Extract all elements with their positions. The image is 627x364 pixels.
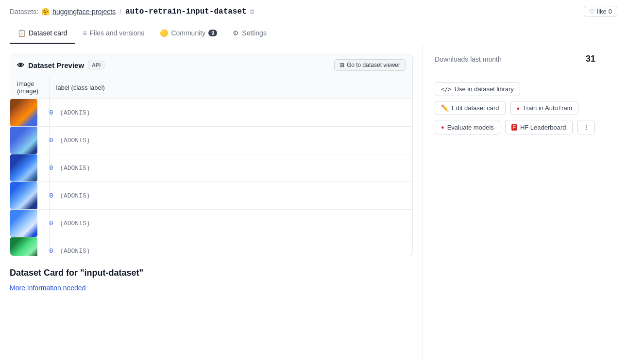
tab-settings[interactable]: ⚙ Settings [225, 23, 274, 44]
label-name: (ADONIS) [60, 109, 90, 116]
preview-table-container[interactable]: image (image) label (class label) 0 (ADO… [10, 76, 412, 256]
label-num: 0 [50, 248, 53, 255]
tab-community[interactable]: 🟡 Community 9 [152, 23, 225, 44]
evaluate-models-button[interactable]: ● Evaluate models [435, 120, 500, 134]
more-info-link[interactable]: More Information needed [10, 284, 85, 292]
label-name: (ADONIS) [60, 248, 90, 255]
edit-dataset-card-label: Edit dataset card [452, 104, 499, 112]
repo-name: auto-retrain-input-dataset [125, 7, 247, 16]
table-row: 0 (ADONIS) [10, 237, 412, 256]
edit-dataset-card-button[interactable]: ✏️ Edit dataset card [435, 101, 506, 115]
thumbnail [10, 99, 37, 126]
more-options-button[interactable]: ⋮ [577, 120, 595, 134]
goto-dataset-viewer-button[interactable]: ⊞ Go to dataset viewer [334, 59, 406, 71]
preview-header: 👁 Dataset Preview API ⊞ Go to dataset vi… [10, 54, 412, 76]
table-row: 0 (ADONIS) [10, 154, 412, 182]
table-row: 0 (ADONIS) [10, 210, 412, 237]
grid-icon: ⊞ [339, 62, 344, 68]
hf-leaderboard-label: HF Leaderboard [520, 124, 566, 131]
like-label: like [597, 8, 607, 15]
label-num: 0 [50, 192, 53, 199]
image-cell [10, 210, 49, 237]
label-num: 0 [50, 137, 53, 144]
owner-link[interactable]: huggingface-projects [52, 8, 116, 16]
label-num: 0 [50, 109, 53, 116]
thumbnail [10, 127, 37, 154]
col-label: label (class label) [49, 76, 412, 99]
preview-table: image (image) label (class label) 0 (ADO… [10, 76, 412, 256]
preview-title: 👁 Dataset Preview API [17, 61, 104, 69]
tab-community-icon: 🟡 [160, 29, 168, 37]
tab-files-versions[interactable]: ≡ Files and versions [75, 23, 152, 44]
nav-tabs: 📋 Dataset card ≡ Files and versions 🟡 Co… [0, 23, 627, 44]
preview-card: 👁 Dataset Preview API ⊞ Go to dataset vi… [10, 54, 413, 256]
label-cell: 0 (ADONIS) [49, 182, 412, 210]
breadcrumb: Datasets: 🤗 huggingface-projects / auto-… [10, 7, 254, 16]
train-autotrain-label: Train in AutoTrain [523, 104, 572, 112]
label-name: (ADONIS) [60, 165, 90, 172]
image-cell [10, 154, 49, 182]
downloads-count: 31 [586, 54, 595, 64]
leaderboard-icon: F [511, 124, 517, 131]
like-count: 0 [609, 8, 612, 15]
table-row: 0 (ADONIS) [10, 182, 412, 210]
label-cell: 0 (ADONIS) [49, 210, 412, 237]
table-row: 0 (ADONIS) [10, 127, 412, 154]
more-icon: ⋮ [583, 123, 590, 131]
table-row: 0 (ADONIS) [10, 99, 412, 127]
autotrain-icon: ● [517, 105, 520, 111]
evaluate-icon: ● [441, 124, 444, 130]
sidebar: Downloads last month 31 </> Use in datas… [423, 44, 607, 360]
main-layout: 👁 Dataset Preview API ⊞ Go to dataset vi… [0, 44, 627, 360]
like-button[interactable]: ♡ like 0 [584, 6, 617, 17]
tab-settings-icon: ⚙ [233, 29, 239, 37]
preview-eye-icon: 👁 [17, 61, 24, 69]
tab-dataset-card[interactable]: 📋 Dataset card [10, 23, 75, 44]
tab-files-icon: ≡ [83, 29, 86, 37]
owner-emoji: 🤗 [41, 8, 50, 16]
label-name: (ADONIS) [60, 220, 90, 227]
tab-dataset-card-label: Dataset card [29, 29, 67, 37]
image-cell [10, 127, 49, 154]
image-cell [10, 182, 49, 210]
tab-community-label: Community [171, 29, 205, 37]
use-in-library-button[interactable]: </> Use in dataset library [435, 82, 520, 96]
label-num: 0 [50, 220, 53, 227]
downloads-label: Downloads last month [435, 55, 502, 63]
label-name: (ADONIS) [60, 137, 90, 144]
col-image: image (image) [10, 76, 49, 99]
label-cell: 0 (ADONIS) [49, 99, 412, 127]
copy-icon[interactable]: ⧉ [250, 8, 254, 16]
tab-settings-label: Settings [242, 29, 267, 37]
train-autotrain-button[interactable]: ● Train in AutoTrain [510, 101, 578, 115]
image-cell [10, 99, 49, 127]
tab-dataset-card-icon: 📋 [17, 29, 26, 37]
label-cell: 0 (ADONIS) [49, 127, 412, 154]
label-cell: 0 (ADONIS) [49, 154, 412, 182]
sidebar-downloads: Downloads last month 31 </> Use in datas… [435, 54, 595, 134]
hf-leaderboard-button[interactable]: F HF Leaderboard [505, 120, 573, 134]
api-badge[interactable]: API [88, 61, 104, 69]
datasets-label: Datasets: [10, 8, 38, 16]
use-in-library-label: Use in dataset library [455, 85, 514, 93]
dataset-card-section: Dataset Card for "input-dataset" More In… [10, 268, 413, 292]
label-name: (ADONIS) [60, 192, 90, 199]
label-num: 0 [50, 165, 53, 172]
heart-icon: ♡ [589, 8, 595, 15]
thumbnail [10, 237, 37, 256]
goto-label: Go to dataset viewer [347, 62, 400, 68]
edit-icon: ✏️ [441, 104, 449, 112]
evaluate-models-label: Evaluate models [447, 124, 494, 131]
image-cell [10, 237, 49, 256]
preview-title-text: Dataset Preview [28, 61, 84, 69]
tab-files-label: Files and versions [90, 29, 145, 37]
downloads-row: Downloads last month 31 [435, 54, 595, 72]
dataset-card-title: Dataset Card for "input-dataset" [10, 268, 413, 278]
thumbnail [10, 182, 37, 209]
content-area: 👁 Dataset Preview API ⊞ Go to dataset vi… [0, 44, 423, 360]
community-badge: 9 [208, 30, 217, 36]
top-bar: Datasets: 🤗 huggingface-projects / auto-… [0, 0, 627, 23]
action-buttons: </> Use in dataset library ✏️ Edit datas… [435, 82, 595, 134]
thumbnail [10, 154, 37, 182]
thumbnail [10, 210, 37, 237]
